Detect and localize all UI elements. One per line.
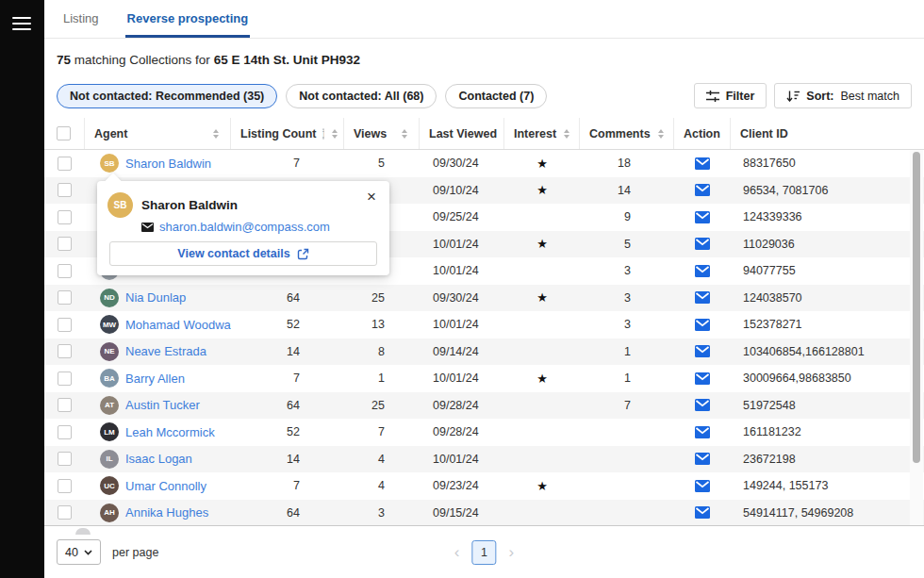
pill-not-contacted-all[interactable]: Not contacted: All (68) [286, 84, 437, 108]
table-row: AT Austin Tucker 64 25 09/28/24 ★ 7 5197… [44, 392, 924, 420]
filter-button-label: Filter [726, 90, 755, 103]
prev-page-icon[interactable]: ‹ [454, 544, 460, 560]
email-icon [141, 223, 154, 232]
column-header-views[interactable]: Views [344, 118, 420, 149]
row-checkbox[interactable] [58, 344, 72, 358]
table-row: NE Neave Estrada 14 8 09/14/24 ★ 1 10340… [44, 339, 924, 366]
filter-controls: Not contacted: Recommended (35) Not cont… [57, 83, 912, 108]
client-id-cell: 161181232 [731, 419, 924, 446]
filter-button[interactable]: Filter [694, 83, 767, 108]
send-email-action-icon[interactable] [695, 157, 710, 170]
send-email-action-icon[interactable] [695, 345, 710, 357]
row-checkbox[interactable] [58, 264, 72, 278]
column-header-last-viewed[interactable]: Last Viewed [420, 118, 504, 149]
row-checkbox[interactable] [58, 398, 72, 412]
send-email-action-icon[interactable] [695, 426, 710, 438]
table-row: MW Mohamad Woodward 52 13 10/01/24 ★ 3 1… [44, 311, 924, 339]
agent-name-link[interactable]: Sharon Baldwin [125, 157, 211, 171]
comments-cell: 18 [580, 150, 674, 177]
client-id-cell: 94077755 [731, 257, 924, 285]
row-checkbox[interactable] [58, 210, 72, 224]
send-email-action-icon[interactable] [695, 184, 710, 196]
row-checkbox[interactable] [58, 505, 72, 520]
agent-name-link[interactable]: Mohamad Woodward [125, 318, 231, 332]
match-count: 75 [57, 53, 71, 67]
table-row: ND Nia Dunlap 64 25 09/30/24 ★ 3 1240385… [44, 285, 924, 312]
row-checkbox[interactable] [58, 237, 72, 251]
sort-toggle-icon[interactable] [394, 129, 407, 139]
send-email-action-icon[interactable] [695, 319, 710, 331]
row-checkbox[interactable] [58, 157, 72, 171]
row-checkbox[interactable] [58, 452, 72, 466]
listing-count-cell: 7 [231, 365, 344, 392]
send-email-action-icon[interactable] [695, 238, 710, 250]
sort-toggle-icon[interactable] [556, 129, 569, 139]
table-row: BA Barry Allen 7 1 10/01/24 ★ 1 30009664… [44, 365, 924, 392]
interest-star-icon: ★ [536, 238, 548, 250]
view-contact-details-button[interactable]: View contact details [109, 241, 377, 266]
hamburger-menu-icon[interactable] [12, 17, 31, 30]
sort-toggle-icon[interactable] [497, 129, 504, 139]
row-checkbox[interactable] [58, 183, 72, 197]
agent-name-link[interactable]: Annika Hughes [125, 505, 208, 520]
scrollbar-thumb[interactable] [913, 152, 920, 463]
page-size-select[interactable]: 40 [57, 539, 101, 565]
filter-sliders-icon [706, 91, 719, 102]
reverse-prospecting-page: Listing Reverse prospecting 75 matching … [0, 0, 924, 578]
row-checkbox[interactable] [58, 425, 72, 439]
next-page-icon[interactable]: › [509, 544, 515, 560]
agent-name-link[interactable]: Neave Estrada [125, 344, 206, 358]
tab-listing[interactable]: Listing [61, 11, 101, 38]
row-checkbox[interactable] [58, 318, 72, 332]
listing-count-cell: 14 [231, 446, 344, 473]
summary-text: matching Collections for [74, 53, 210, 67]
table-row: UC Umar Connolly 7 4 09/23/24 ★ 149244, … [44, 472, 924, 500]
agent-name-link[interactable]: Barry Allen [125, 372, 185, 386]
agent-avatar: LM [100, 422, 119, 441]
comments-cell: 14 [580, 177, 674, 205]
column-header-interest[interactable]: Interest [504, 118, 580, 149]
comments-cell: 1 [580, 339, 674, 366]
interest-star-icon: ★ [536, 372, 548, 385]
close-icon[interactable]: × [367, 189, 376, 205]
send-email-action-icon[interactable] [695, 211, 710, 223]
agent-name-link[interactable]: Nia Dunlap [125, 290, 186, 305]
agent-name-link[interactable]: Leah Mccormick [125, 425, 215, 439]
client-id-cell: 23672198 [731, 446, 924, 473]
sort-toggle-icon[interactable] [206, 129, 219, 139]
pill-contacted[interactable]: Contacted (7) [445, 84, 547, 108]
send-email-action-icon[interactable] [695, 506, 710, 519]
column-header-agent[interactable]: Agent [85, 118, 231, 149]
send-email-action-icon[interactable] [695, 372, 710, 385]
row-checkbox[interactable] [58, 290, 72, 305]
agent-name-link[interactable]: Isaac Logan [125, 452, 192, 466]
tab-reverse-prospecting[interactable]: Reverse prospecting [125, 11, 251, 38]
views-cell: 4 [344, 472, 420, 500]
send-email-action-icon[interactable] [695, 453, 710, 465]
send-email-action-icon[interactable] [695, 265, 710, 277]
pill-not-contacted-recommended[interactable]: Not contacted: Recommended (35) [57, 84, 277, 108]
email-link[interactable]: sharon.baldwin@compass.com [159, 220, 330, 234]
current-page-button[interactable]: 1 [472, 540, 497, 565]
client-id-cell: 96534, 7081706 [731, 177, 924, 205]
sort-toggle-icon[interactable] [651, 129, 664, 139]
table-footer: 40 per page ‹ 1 › [44, 525, 924, 578]
send-email-action-icon[interactable] [695, 399, 710, 411]
row-checkbox[interactable] [58, 372, 72, 386]
row-checkbox[interactable] [58, 479, 72, 493]
sort-toggle-icon[interactable] [324, 129, 338, 139]
agent-name-link[interactable]: Austin Tucker [125, 398, 200, 412]
comments-cell: 5 [580, 231, 674, 258]
select-all-checkbox[interactable] [57, 126, 71, 140]
table-header-row: Agent Listing Count i Views Last Viewed [44, 118, 924, 150]
column-header-comments[interactable]: Comments [580, 118, 674, 149]
column-header-listing-count[interactable]: Listing Count i [231, 118, 344, 149]
send-email-action-icon[interactable] [695, 480, 710, 492]
views-cell: 3 [344, 500, 420, 527]
send-email-action-icon[interactable] [695, 291, 710, 304]
popover-agent-name: Sharon Baldwin [141, 198, 238, 212]
views-cell: 8 [344, 339, 420, 366]
sort-button[interactable]: Sort: Best match [774, 83, 912, 108]
comments-cell: 1 [580, 365, 674, 392]
agent-name-link[interactable]: Umar Connolly [125, 479, 206, 493]
